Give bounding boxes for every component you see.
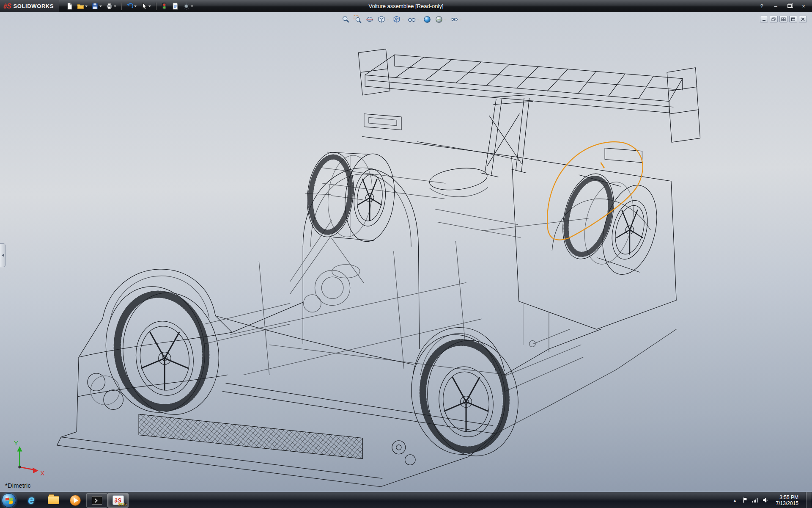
clock-time: 3:55 PM: [776, 494, 798, 500]
car-body: [57, 114, 676, 487]
view-orientation-caret[interactable]: [387, 19, 389, 22]
doc-close-button[interactable]: [799, 16, 807, 22]
taskbar-item-media-player[interactable]: [64, 492, 86, 508]
view-orientation-button[interactable]: [376, 14, 390, 25]
triad-origin: [18, 466, 21, 468]
doc-maximize-button[interactable]: [789, 16, 797, 22]
hide-show-caret[interactable]: [417, 19, 420, 22]
solidworks-logo: ∂S SOLIDWORKS: [0, 0, 59, 12]
wireframe-model[interactable]: Y X: [0, 12, 812, 492]
orientation-triad[interactable]: Y X: [14, 440, 44, 477]
rear-right-wheel: [554, 168, 665, 280]
view-orientation-label: *Dimetric: [5, 482, 31, 489]
save-document-button[interactable]: [90, 1, 103, 11]
select-dropdown-caret[interactable]: [148, 6, 151, 8]
options-button[interactable]: [181, 1, 195, 11]
doc-maximize-icon: [791, 17, 796, 21]
save-dropdown-caret[interactable]: [99, 6, 102, 8]
action-center-flag-icon[interactable]: [743, 497, 748, 503]
display-style-icon: [392, 15, 401, 24]
chevron-left-icon: [0, 254, 4, 257]
featuremanager-collapsed-tab[interactable]: [0, 243, 5, 267]
command-prompt-icon: [92, 496, 102, 505]
solidworks-version-badge: 2015: [118, 502, 126, 506]
triad-y-label: Y: [14, 440, 18, 447]
options-dropdown-caret[interactable]: [191, 6, 193, 8]
print-dropdown-caret[interactable]: [114, 6, 116, 8]
apply-scene-button[interactable]: [434, 14, 447, 25]
show-desktop-button[interactable]: [806, 492, 811, 508]
close-button[interactable]: ×: [797, 2, 810, 11]
window-title: Voiture assemblee [Read-only]: [368, 3, 443, 9]
doc-tile-icon: [781, 17, 786, 21]
taskbar-item-internet-explorer[interactable]: e: [20, 492, 42, 508]
new-document-button[interactable]: [65, 1, 74, 11]
doc-restore-icon: [771, 17, 776, 21]
display-style-button[interactable]: [392, 14, 405, 25]
hide-show-items-button[interactable]: [407, 14, 420, 25]
zoom-to-area-icon: [354, 15, 362, 24]
toolbar-separator: [156, 3, 156, 10]
triad-x-arrowhead: [33, 467, 38, 473]
folder-icon: [48, 496, 59, 504]
edit-appearance-button[interactable]: [422, 14, 432, 25]
doc-minimize-button[interactable]: [760, 16, 768, 22]
edit-appearance-ball-icon: [423, 15, 431, 24]
graphics-area[interactable]: Y X: [0, 12, 812, 492]
restore-button[interactable]: [783, 2, 796, 11]
network-icon[interactable]: [752, 497, 759, 503]
view-settings-caret[interactable]: [459, 19, 462, 22]
rebuild-button[interactable]: [159, 1, 169, 11]
apply-scene-caret[interactable]: [444, 19, 447, 22]
help-button[interactable]: ?: [755, 2, 768, 11]
taskbar-clock[interactable]: 3:55 PM 7/13/2015: [773, 494, 802, 506]
hide-show-glasses-icon: [408, 15, 416, 24]
doc-tile-button[interactable]: [779, 16, 787, 22]
select-tool-button[interactable]: [139, 1, 152, 11]
zoom-to-area-button[interactable]: [353, 14, 363, 25]
zoom-to-fit-icon: [342, 15, 350, 24]
toolbar-separator: [121, 3, 121, 10]
view-orientation-cube-icon: [377, 15, 386, 24]
options-gear-icon: [183, 3, 190, 10]
solidworks-logo-icon: ∂S: [3, 3, 11, 10]
chassis-detail: [205, 155, 588, 392]
doc-restore-button[interactable]: [770, 16, 778, 22]
title-bar: ∂S SOLIDWORKS: [0, 0, 812, 12]
print-document-icon: [106, 3, 113, 10]
rear-left-wheel: [404, 329, 526, 462]
doc-close-icon: [801, 17, 805, 21]
heads-up-toolbar: [341, 14, 463, 25]
triad-y-arrowhead: [17, 446, 22, 451]
rebuild-icon: [161, 3, 168, 10]
taskbar-item-windows-explorer[interactable]: [42, 492, 64, 508]
doc-minimize-icon: [762, 17, 766, 21]
triad-x-label: X: [41, 470, 45, 477]
display-style-caret[interactable]: [402, 19, 404, 22]
open-document-button[interactable]: [76, 1, 89, 11]
file-properties-button[interactable]: [170, 1, 180, 11]
save-document-icon: [91, 3, 99, 10]
internet-explorer-icon: e: [28, 494, 34, 506]
tray-expand-button[interactable]: ▴: [731, 498, 739, 502]
windows-flag-icon: [5, 497, 9, 500]
front-right-wheel: [303, 150, 398, 244]
system-tray: ▴ 3:55 PM 7/13/2015: [731, 492, 812, 508]
section-view-icon: [365, 15, 374, 24]
taskbar-item-command-prompt[interactable]: [86, 493, 107, 508]
section-view-button[interactable]: [365, 14, 375, 25]
new-document-icon: [66, 3, 73, 10]
minimize-button[interactable]: –: [769, 2, 782, 11]
open-dropdown-caret[interactable]: [85, 6, 88, 8]
view-settings-button[interactable]: [449, 14, 463, 25]
standard-toolbar: [59, 1, 195, 11]
select-cursor-icon: [140, 3, 148, 10]
taskbar-item-solidworks[interactable]: ∂S 2015: [107, 493, 129, 508]
undo-dropdown-caret[interactable]: [134, 6, 137, 8]
start-button[interactable]: [2, 493, 16, 508]
undo-button[interactable]: [125, 1, 138, 11]
print-document-button[interactable]: [104, 1, 118, 11]
taskbar: e ∂S 2015 ▴ 3:55 PM 7/13/2015: [0, 492, 812, 508]
volume-icon[interactable]: [763, 497, 769, 503]
zoom-to-fit-button[interactable]: [341, 14, 351, 25]
